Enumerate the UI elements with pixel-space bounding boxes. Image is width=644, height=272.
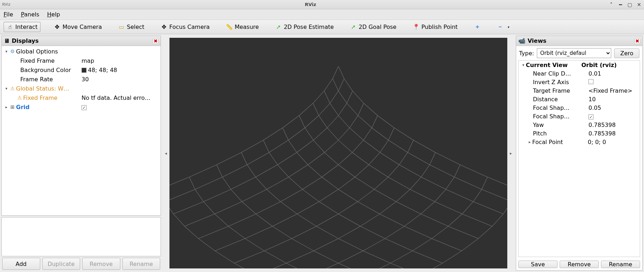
tool-pose-estimate-label: 2D Pose Estimate: [284, 24, 334, 30]
focal-point-value[interactable]: 0; 0; 0: [586, 139, 640, 145]
pose-estimate-icon: ➚: [275, 24, 282, 30]
expand-icon[interactable]: ▾: [4, 49, 9, 54]
dropdown-icon: ▾: [506, 24, 512, 30]
views-type-label: Type:: [519, 50, 534, 57]
move-camera-icon: ✥: [54, 24, 60, 30]
color-swatch: [82, 68, 87, 73]
background-color-value[interactable]: 48; 48; 48: [82, 67, 161, 73]
yaw-label[interactable]: Yaw: [533, 122, 586, 128]
near-clip-label[interactable]: Near Clip D…: [533, 70, 586, 77]
warning-icon: ⚠: [16, 95, 23, 101]
app-icon: RViz: [2, 2, 10, 7]
tool-goal-pose[interactable]: ➚ 2D Goal Pose: [347, 22, 400, 32]
tool-select-label: Select: [127, 24, 144, 30]
grid-icon: ⊞: [9, 104, 16, 110]
fixed-frame-label[interactable]: Fixed Frame: [20, 57, 54, 64]
displays-tree[interactable]: ▾ ⚙ Global Options Fixed Frame map Backg…: [2, 46, 161, 215]
tool-move-camera-label: Move Camera: [62, 24, 102, 30]
focal-shape-fixed-checkbox[interactable]: [588, 114, 593, 119]
views-save-button[interactable]: Save: [518, 261, 557, 268]
views-type-select[interactable]: Orbit (rviz_defaul: [537, 48, 611, 58]
expand-icon[interactable]: ▸: [4, 105, 9, 109]
rollup-button[interactable]: ˄: [608, 2, 614, 7]
views-tree[interactable]: ▾ Current View Orbit (rviz) Near Clip D……: [518, 60, 640, 257]
tool-measure[interactable]: 📏 Measure: [223, 22, 262, 32]
focal-shape-size-value[interactable]: 0.05: [586, 104, 640, 111]
menubar: File Panels Help: [0, 9, 644, 20]
plus-icon: ＋: [474, 24, 481, 30]
current-view-value[interactable]: Orbit (rviz): [579, 62, 640, 68]
toolbar: ☝ Interact ✥ Move Camera ▭ Select ✥ Focu…: [0, 20, 644, 34]
right-panel-toggle[interactable]: ▸: [507, 36, 514, 271]
tool-publish-point[interactable]: 📍 Publish Point: [410, 22, 461, 32]
expand-icon[interactable]: ▾: [521, 63, 526, 67]
current-view-label[interactable]: Current View: [526, 62, 579, 68]
global-options-label[interactable]: Global Options: [16, 48, 58, 55]
rename-display-button[interactable]: Rename: [122, 258, 161, 270]
displays-close-button[interactable]: ✖: [153, 38, 158, 44]
window-titlebar: RViz RViz ˄ ━ ▢ ✕: [0, 0, 644, 9]
near-clip-value[interactable]: 0.01: [586, 70, 640, 77]
pitch-label[interactable]: Pitch: [533, 130, 586, 137]
menu-file[interactable]: File: [4, 11, 13, 18]
focal-point-label[interactable]: Focal Point: [532, 139, 586, 145]
warning-icon: ⚠: [9, 86, 16, 91]
tool-interact[interactable]: ☝ Interact: [4, 22, 41, 32]
tool-add[interactable]: ＋: [471, 22, 484, 32]
views-title: Views: [528, 37, 546, 44]
invert-z-checkbox[interactable]: [588, 79, 593, 84]
maximize-button[interactable]: ▢: [627, 2, 633, 7]
3d-viewport[interactable]: [169, 38, 507, 268]
target-frame-value[interactable]: <Fixed Frame>: [586, 87, 640, 94]
tool-move-camera[interactable]: ✥ Move Camera: [51, 22, 105, 32]
camera-icon: 📹: [518, 37, 525, 44]
displays-title: Displays: [12, 37, 38, 44]
expand-icon[interactable]: ▸: [527, 140, 532, 144]
publish-point-icon: 📍: [413, 24, 419, 30]
menu-panels[interactable]: Panels: [21, 11, 40, 18]
interact-icon: ☝: [7, 24, 13, 30]
focal-shape-size-label[interactable]: Focal Shap…: [533, 104, 586, 111]
add-display-button[interactable]: Add: [2, 258, 40, 270]
close-window-button[interactable]: ✕: [636, 2, 642, 7]
zero-button[interactable]: Zero: [614, 48, 639, 58]
pitch-value[interactable]: 0.785398: [586, 130, 640, 137]
menu-help[interactable]: Help: [47, 11, 60, 18]
tool-pose-estimate[interactable]: ➚ 2D Pose Estimate: [272, 22, 337, 32]
minimize-button[interactable]: ━: [618, 2, 623, 7]
views-remove-button[interactable]: Remove: [560, 261, 599, 268]
select-icon: ▭: [118, 24, 125, 30]
frame-rate-label[interactable]: Frame Rate: [20, 76, 53, 83]
grid-label[interactable]: Grid: [16, 104, 30, 111]
views-close-button[interactable]: ✖: [634, 38, 640, 44]
left-panel-toggle[interactable]: ◂: [162, 36, 169, 271]
views-rename-button[interactable]: Rename: [601, 261, 640, 268]
remove-display-button[interactable]: Remove: [82, 258, 120, 270]
monitor-icon: 🖥: [4, 37, 10, 44]
goal-pose-icon: ➚: [350, 24, 357, 30]
distance-value[interactable]: 10: [586, 96, 640, 103]
grid-checkbox[interactable]: [82, 105, 87, 110]
displays-panel-header: 🖥 Displays ✖: [2, 36, 161, 46]
target-frame-label[interactable]: Target Frame: [533, 87, 586, 94]
display-description-box: [1, 217, 161, 256]
tool-select[interactable]: ▭ Select: [115, 22, 147, 32]
fixed-frame-value[interactable]: map: [82, 57, 161, 64]
yaw-value[interactable]: 0.785398: [586, 122, 640, 128]
tool-measure-label: Measure: [235, 24, 259, 30]
duplicate-display-button[interactable]: Duplicate: [42, 258, 80, 270]
minus-icon: －: [497, 24, 503, 30]
distance-label[interactable]: Distance: [533, 96, 586, 103]
expand-icon[interactable]: ▾: [4, 86, 9, 91]
status-fixed-frame-value[interactable]: No tf data. Actual erro…: [82, 94, 161, 101]
invert-z-label[interactable]: Invert Z Axis: [533, 79, 586, 86]
background-color-label[interactable]: Background Color: [20, 67, 71, 73]
tool-publish-point-label: Publish Point: [422, 24, 458, 30]
tool-focus-camera[interactable]: ✥ Focus Camera: [158, 22, 213, 32]
status-fixed-frame-label[interactable]: Fixed Frame: [23, 94, 57, 101]
frame-rate-value[interactable]: 30: [82, 76, 161, 83]
tool-remove[interactable]: － ▾: [494, 22, 515, 32]
focal-shape-fixed-label[interactable]: Focal Shap…: [533, 113, 586, 120]
global-status-label[interactable]: Global Status: W…: [16, 85, 69, 92]
window-title: RViz: [12, 2, 608, 7]
